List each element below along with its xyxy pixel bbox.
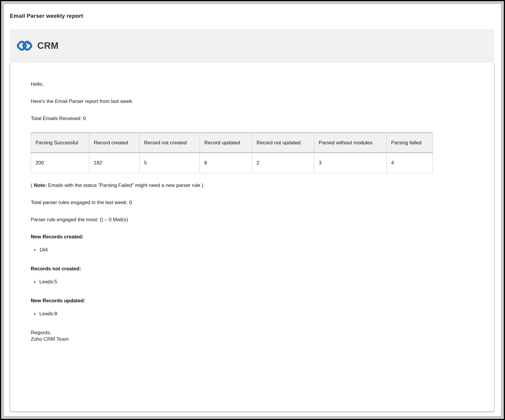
email-header-band: CRM (10, 29, 494, 63)
table-header-row: Parsing Successful Record created Record… (31, 133, 433, 153)
total-emails-text: Total Emails Received: 0 (31, 115, 473, 122)
new-records-created-list: 164 (31, 247, 473, 253)
list-item: Leads:5 (39, 279, 473, 285)
column-header: Parsed without modules (314, 133, 387, 153)
section-heading-new-records-updated: New Records updated: (31, 298, 473, 304)
email-card: CRM Hello, Here's the Email Parser repor… (10, 29, 494, 412)
column-header: Record created (89, 133, 140, 153)
signoff: Regards,Zoho CRM Team (31, 329, 473, 343)
table-cell: 182 (89, 153, 140, 173)
column-header: Record not updated (252, 133, 314, 153)
note-line: ( Note: Emails with the status "Parsing … (31, 182, 473, 189)
table-row: 200 182 5 8 2 3 4 (31, 153, 433, 173)
table-cell: 4 (386, 153, 433, 173)
section-heading-records-not-created: Records not created: (31, 266, 473, 272)
column-header: Record updated (200, 133, 252, 153)
section-heading-new-records-created: New Records created: (31, 234, 473, 240)
signoff-regards: Regards, (31, 330, 51, 335)
greeting-text: Hello, (31, 81, 473, 88)
intro-text: Here's the Email Parser report from last… (31, 98, 473, 105)
note-text: Emails with the status "Parsing Failed" … (47, 182, 203, 188)
table-cell: 5 (139, 153, 200, 173)
email-body: Hello, Here's the Email Parser report fr… (10, 63, 494, 412)
bottom-dotted-divider (13, 411, 492, 412)
most-engaged-text: Parser rule engaged the most: () – 0 Mai… (31, 217, 473, 223)
screenshot-frame: Email Parser weekly report CRM (0, 0, 505, 420)
parser-stats-table: Parsing Successful Record created Record… (31, 133, 433, 173)
column-header: Parsing failed (386, 133, 433, 153)
records-not-created-list: Leads:5 (31, 279, 473, 285)
total-rules-text: Total parser rules engaged in the last w… (31, 199, 473, 206)
signoff-team: Zoho CRM Team (31, 336, 69, 342)
new-records-updated-list: Leads:8 (31, 311, 473, 317)
table-cell: 8 (200, 153, 252, 173)
column-header: Parsing Successful (31, 133, 89, 153)
page-title: Email Parser weekly report (10, 13, 495, 19)
note-prefix: ( (31, 182, 34, 188)
note-label: Note: (34, 182, 46, 188)
table-cell: 3 (314, 153, 387, 173)
list-item: 164 (39, 247, 473, 253)
table-cell: 200 (31, 153, 89, 173)
email-preview-window: Email Parser weekly report CRM (4, 4, 501, 416)
crm-logo-label: CRM (37, 41, 59, 51)
table-cell: 2 (252, 153, 314, 173)
zoho-crm-logo-icon (16, 39, 33, 53)
column-header: Record not created (139, 133, 200, 153)
list-item: Leads:8 (39, 311, 473, 317)
